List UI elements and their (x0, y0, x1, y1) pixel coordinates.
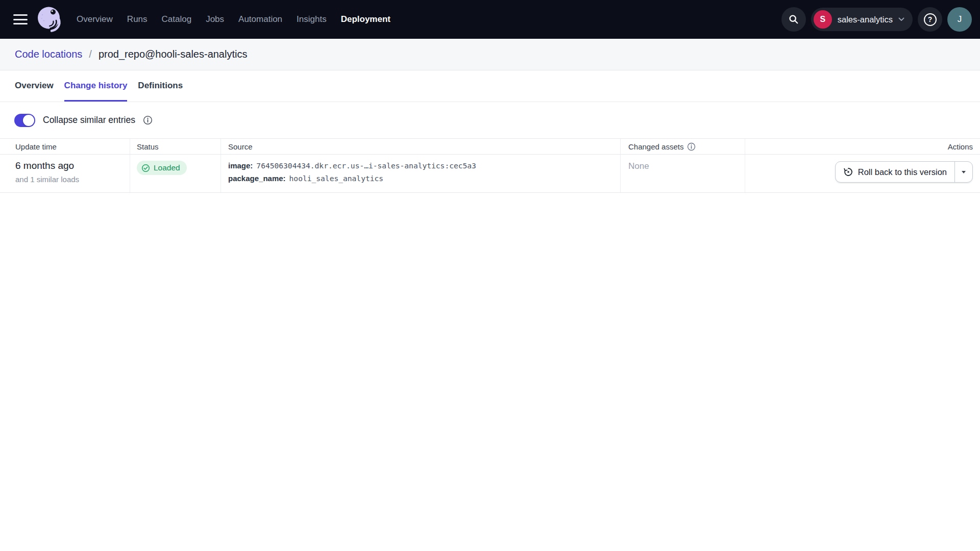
org-name: sales-analytics (838, 15, 893, 24)
rollback-button[interactable]: Roll back to this version (836, 162, 954, 182)
collapse-similar-entries-toggle[interactable] (14, 114, 35, 127)
check-circle-icon (141, 164, 150, 172)
nav-item-deployment[interactable]: Deployment (341, 14, 390, 24)
breadcrumb-code-locations-link[interactable]: Code locations (15, 48, 82, 60)
nav-item-jobs[interactable]: Jobs (206, 14, 224, 24)
rollback-split-button: Roll back to this version (835, 161, 973, 183)
nav-item-overview[interactable]: Overview (77, 14, 113, 24)
menu-icon[interactable] (13, 14, 28, 24)
changed-assets-cell: None (621, 155, 745, 192)
table-row: 6 months ago and 1 similar loads Loaded … (0, 155, 980, 193)
controls-row: Collapse similar entries (0, 102, 980, 138)
source-image-value: 764506304434.dkr.ecr.us-…i-sales-analyti… (256, 159, 476, 172)
change-history-table: Update time Status Source Changed assets… (0, 138, 980, 193)
source-image-label: image: (228, 159, 253, 172)
nav-links: Overview Runs Catalog Jobs Automation In… (77, 14, 390, 24)
update-time-value: 6 months ago (15, 160, 74, 171)
info-icon[interactable] (143, 115, 153, 125)
rollback-button-label: Roll back to this version (858, 167, 947, 177)
top-navbar: Overview Runs Catalog Jobs Automation In… (0, 0, 980, 39)
status-badge: Loaded (137, 161, 187, 175)
column-header-status: Status (130, 139, 221, 154)
chevron-down-icon (898, 17, 904, 21)
similar-loads-note: and 1 similar loads (15, 175, 79, 184)
actions-cell: Roll back to this version (745, 155, 980, 192)
rollback-icon (843, 167, 853, 177)
column-header-changed-assets: Changed assets (621, 139, 745, 154)
changed-assets-info-icon[interactable] (687, 142, 696, 151)
page-title: prod_repo@hooli-sales-analytics (99, 48, 248, 60)
question-mark-icon: ? (924, 13, 937, 26)
column-header-update-time: Update time (0, 139, 130, 154)
org-switcher[interactable]: S sales-analytics (811, 8, 913, 31)
update-time-cell: 6 months ago and 1 similar loads (0, 155, 130, 192)
column-header-actions: Actions (745, 139, 980, 154)
breadcrumb: Code locations / prod_repo@hooli-sales-a… (0, 39, 980, 70)
org-avatar: S (814, 10, 832, 29)
nav-item-insights[interactable]: Insights (297, 14, 327, 24)
column-header-source: Source (221, 139, 621, 154)
source-package-label: package_name: (228, 172, 286, 185)
tab-change-history[interactable]: Change history (64, 70, 128, 102)
tab-overview[interactable]: Overview (15, 70, 54, 102)
tab-definitions[interactable]: Definitions (138, 70, 183, 102)
toggle-knob (23, 115, 34, 126)
status-cell: Loaded (130, 155, 221, 192)
breadcrumb-separator: / (89, 48, 92, 60)
user-avatar[interactable]: J (947, 7, 972, 32)
help-button[interactable]: ? (918, 7, 942, 32)
table-header: Update time Status Source Changed assets… (0, 138, 980, 155)
source-package-value: hooli_sales_analytics (289, 172, 384, 185)
caret-down-icon (962, 171, 966, 173)
dagster-logo-icon[interactable] (35, 5, 64, 34)
changed-assets-value: None (628, 161, 649, 171)
search-icon (788, 14, 799, 25)
source-cell: image: 764506304434.dkr.ecr.us-…i-sales-… (221, 155, 621, 192)
navbar-right: S sales-analytics ? J (781, 7, 972, 32)
nav-item-runs[interactable]: Runs (127, 14, 148, 24)
search-button[interactable] (781, 7, 806, 32)
status-label: Loaded (154, 163, 180, 172)
nav-item-catalog[interactable]: Catalog (162, 14, 192, 24)
nav-item-automation[interactable]: Automation (238, 14, 282, 24)
rollback-dropdown-button[interactable] (954, 162, 972, 182)
tab-bar: Overview Change history Definitions (0, 70, 980, 102)
collapse-toggle-label: Collapse similar entries (43, 115, 135, 126)
